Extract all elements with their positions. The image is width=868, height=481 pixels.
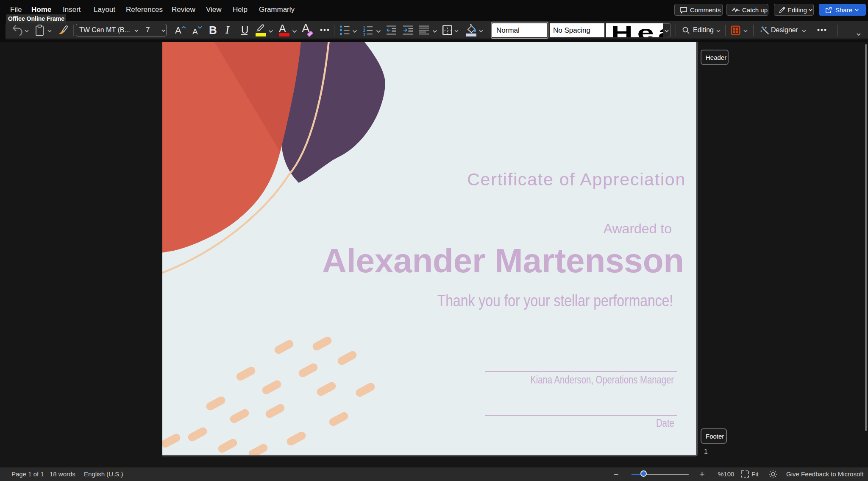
svg-text:3: 3 — [363, 32, 365, 36]
